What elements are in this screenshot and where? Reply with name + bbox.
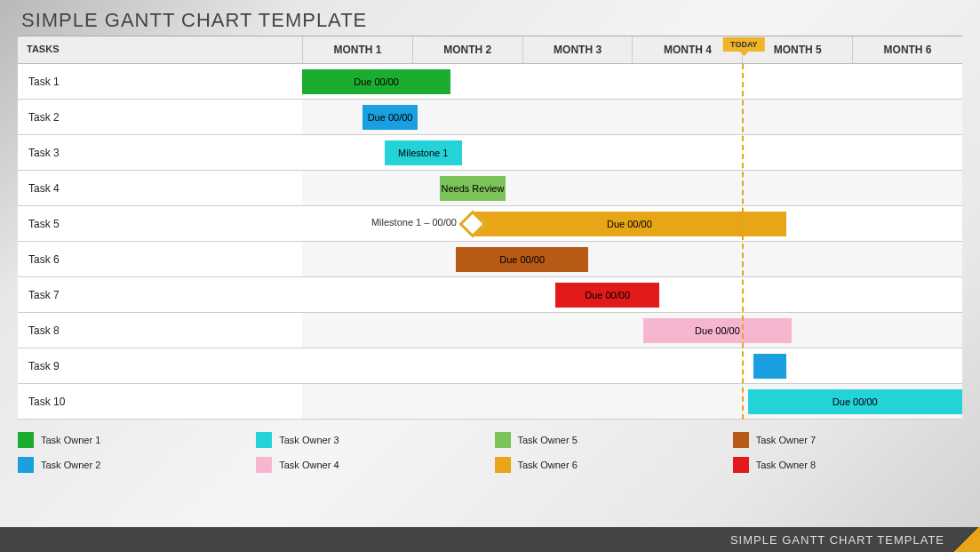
task-name: Task 10 bbox=[18, 384, 302, 419]
legend-swatch bbox=[256, 457, 272, 473]
legend-label: Task Owner 3 bbox=[279, 435, 339, 445]
footer-bar: SIMPLE GANTT CHART TEMPLATE bbox=[0, 527, 980, 552]
task-bar[interactable]: Due 00/00 bbox=[473, 212, 786, 236]
page-title: SIMPLE GANTT CHART TEMPLATE bbox=[0, 0, 980, 36]
month-header: MONTH 6 bbox=[852, 36, 962, 63]
task-bar[interactable] bbox=[753, 354, 786, 379]
task-bar[interactable]: Due 00/00 bbox=[456, 247, 588, 272]
legend-swatch bbox=[18, 457, 34, 473]
legend-swatch bbox=[733, 457, 749, 473]
milestone-label: Milestone 1 – 00/00 bbox=[371, 217, 457, 228]
task-bar[interactable]: Due 00/00 bbox=[302, 69, 450, 94]
task-bar[interactable]: Milestone 1 bbox=[385, 140, 462, 165]
task-name: Task 7 bbox=[18, 277, 302, 312]
legend-label: Task Owner 8 bbox=[756, 460, 816, 470]
legend-item: Task Owner 1 bbox=[18, 432, 247, 448]
today-badge: TODAY bbox=[723, 37, 765, 52]
task-bar[interactable]: Needs Review bbox=[440, 176, 506, 201]
month-header: MONTH 2 bbox=[412, 36, 522, 63]
gantt-row: Task 10Due 00/00 bbox=[18, 384, 962, 420]
legend-item: Task Owner 7 bbox=[733, 432, 962, 448]
legend-item: Task Owner 3 bbox=[256, 432, 485, 448]
legend-item: Task Owner 6 bbox=[495, 457, 724, 473]
gantt-row: Task 2Due 00/00 bbox=[18, 100, 962, 135]
legend-label: Task Owner 1 bbox=[41, 435, 100, 445]
footer-title: SIMPLE GANTT CHART TEMPLATE bbox=[730, 533, 944, 547]
task-bar[interactable]: Due 00/00 bbox=[748, 389, 962, 414]
gantt-header-row: TASKS MONTH 1MONTH 2MONTH 3MONTH 4MONTH … bbox=[18, 36, 962, 64]
legend-swatch bbox=[256, 432, 272, 448]
legend-label: Task Owner 4 bbox=[279, 460, 339, 470]
task-name: Task 6 bbox=[18, 242, 302, 276]
task-name: Task 5 bbox=[18, 206, 302, 241]
task-bar[interactable]: Due 00/00 bbox=[643, 318, 792, 343]
task-name: Task 9 bbox=[18, 348, 302, 383]
gantt-row: Task 1Due 00/00 bbox=[18, 64, 962, 100]
task-name: Task 2 bbox=[18, 100, 302, 134]
tasks-header: TASKS bbox=[18, 36, 302, 63]
gantt-row: Task 4Needs Review bbox=[18, 171, 962, 206]
legend-item: Task Owner 5 bbox=[495, 432, 724, 448]
task-name: Task 1 bbox=[18, 64, 302, 99]
legend-swatch bbox=[18, 432, 34, 448]
gantt-row: Task 8Due 00/00 bbox=[18, 313, 962, 348]
task-name: Task 3 bbox=[18, 135, 302, 170]
task-bar[interactable]: Due 00/00 bbox=[363, 105, 418, 130]
legend: Task Owner 1Task Owner 3Task Owner 5Task… bbox=[18, 432, 962, 473]
task-bar[interactable]: Due 00/00 bbox=[555, 283, 660, 308]
gantt-chart: TASKS MONTH 1MONTH 2MONTH 3MONTH 4MONTH … bbox=[18, 36, 962, 420]
legend-label: Task Owner 2 bbox=[41, 460, 100, 470]
gantt-row: Task 5Due 00/00Milestone 1 – 00/00 bbox=[18, 206, 962, 242]
gantt-body: TODAY Task 1Due 00/00Task 2Due 00/00Task… bbox=[18, 64, 962, 420]
gantt-row: Task 9 bbox=[18, 348, 962, 384]
gantt-row: Task 6Due 00/00 bbox=[18, 242, 962, 277]
legend-swatch bbox=[733, 432, 749, 448]
month-header: MONTH 3 bbox=[522, 36, 633, 63]
legend-label: Task Owner 7 bbox=[756, 435, 816, 445]
legend-swatch bbox=[495, 457, 511, 473]
gantt-row: Task 7Due 00/00 bbox=[18, 277, 962, 313]
gantt-row: Task 3Milestone 1 bbox=[18, 135, 962, 171]
today-marker-line: TODAY bbox=[742, 64, 744, 420]
month-header: MONTH 1 bbox=[302, 36, 412, 63]
legend-swatch bbox=[495, 432, 511, 448]
legend-item: Task Owner 2 bbox=[18, 457, 247, 473]
legend-item: Task Owner 8 bbox=[733, 457, 962, 473]
legend-label: Task Owner 6 bbox=[518, 460, 578, 470]
task-name: Task 4 bbox=[18, 171, 302, 205]
task-name: Task 8 bbox=[18, 313, 302, 348]
legend-item: Task Owner 4 bbox=[256, 457, 485, 473]
legend-label: Task Owner 5 bbox=[518, 435, 578, 445]
